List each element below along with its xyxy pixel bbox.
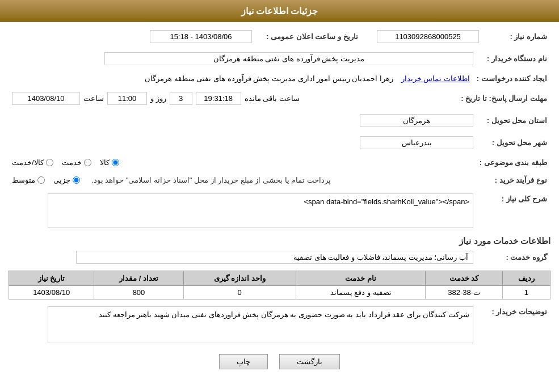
main-content: شماره نیاز : 1103092868000525 تاریخ و سا… xyxy=(0,22,559,381)
mohlat-remaining-label: ساعت باقی مانده xyxy=(245,94,300,103)
col-kod: کد خدمت xyxy=(426,271,502,286)
radio-jozi-input[interactable] xyxy=(73,176,80,184)
noefraind-table: نوع فرآیند خرید : متوسط جزیی xyxy=(9,174,550,187)
mohlat-time-field: 11:00 xyxy=(107,92,147,105)
ostan-table: استان محل تحویل : هرمزگان xyxy=(9,112,550,129)
ijad-value-cell: اطلاعات تماس خریدار زهرا احمدیان رییس ام… xyxy=(9,72,473,85)
grohkhadamat-field: آب رسانی؛ مدیریت پسماند، فاضلاب و فعالیت… xyxy=(76,251,473,264)
tosih-content: شرکت کنندگان برای عقد قرارداد باید به صو… xyxy=(48,306,473,343)
row-ostan: استان محل تحویل : هرمزگان xyxy=(9,112,550,129)
noefraind-radio-group: متوسط جزیی xyxy=(12,176,80,184)
col-nam: نام خدمت xyxy=(296,271,426,286)
sharh-textarea[interactable]: <span data-bind="fields.sharhKoli_value"… xyxy=(48,193,473,227)
tabaqebandi-table: طبقه بندی موضوعی : کالا/خدمت خدمت کالا xyxy=(9,156,550,169)
cell-namKhadamat: تصفیه و دفع پسماند xyxy=(296,286,426,300)
radio-kala-khadamat-label: کالا/خدمت xyxy=(12,158,44,167)
khadamat-section-title: اطلاعات خدمات مورد نیاز xyxy=(9,236,550,246)
table-row: 1ت-38-382تصفیه و دفع پسماند08001403/08/1… xyxy=(9,286,550,300)
page-title: جزئیات اطلاعات نیاز xyxy=(241,6,318,16)
services-table-header-row: ردیف کد خدمت نام خدمت واحد اندازه گیری ت… xyxy=(9,271,550,286)
cell-vahed: 0 xyxy=(183,286,296,300)
radio-kala-label: کالا xyxy=(100,158,110,167)
row-tabaqebandi: طبقه بندی موضوعی : کالا/خدمت خدمت کالا xyxy=(9,156,550,169)
tabaqebandi-label: طبقه بندی موضوعی : xyxy=(476,156,550,169)
shahr-table: شهر محل تحویل : بندرعباس xyxy=(9,134,550,151)
page-wrapper: جزئیات اطلاعات نیاز شماره نیاز : 1103092… xyxy=(0,0,559,392)
services-table: ردیف کد خدمت نام خدمت واحد اندازه گیری ت… xyxy=(9,271,550,300)
col-radif: ردیف xyxy=(502,271,550,286)
row-shahr: شهر محل تحویل : بندرعباس xyxy=(9,134,550,151)
ijad-link[interactable]: اطلاعات تماس خریدار xyxy=(401,74,470,83)
mohlat-values: 1403/08/10 ساعت 11:00 روز و 3 19:31:18 xyxy=(9,90,457,107)
radio-motavasset-input[interactable] xyxy=(37,176,45,184)
row-dastgah: نام دستگاه خریدار : مدیریت پخش فرآورده ه… xyxy=(9,50,550,68)
grohkhadamat-table: گروه خدمت : آب رسانی؛ مدیریت پسماند، فاض… xyxy=(9,248,550,266)
print-button[interactable]: چاپ xyxy=(219,354,268,369)
tarikh-label: تاریخ و ساعت اعلان عمومی : xyxy=(255,28,369,45)
tabaqebandi-options: کالا/خدمت خدمت کالا xyxy=(9,156,476,169)
dastgah-value-cell: مدیریت پخش فرآورده های نفتی منطقه هرمزگا… xyxy=(9,50,477,68)
mohlat-label: مهلت ارسال پاسخ: تا تاریخ : xyxy=(457,90,550,107)
radio-jozi-label: جزیی xyxy=(53,176,70,184)
row-sharh: شرح کلی نیاز : <span data-bind="fields.s… xyxy=(9,191,550,231)
row-mohlat: مهلت ارسال پاسخ: تا تاریخ : 1403/08/10 س… xyxy=(9,90,550,107)
radio-khadamat: خدمت xyxy=(62,158,91,167)
ostan-value-cell: هرمزگان xyxy=(9,112,477,129)
radio-kala-input[interactable] xyxy=(112,159,119,166)
shahr-label: شهر محل تحویل : xyxy=(477,134,550,151)
mohlat-roz-field: 3 xyxy=(170,92,192,105)
tabaqebandi-radio-group: کالا/خدمت خدمت کالا xyxy=(12,158,473,167)
dastgah-label: نام دستگاه خریدار : xyxy=(477,50,550,68)
ostan-label: استان محل تحویل : xyxy=(477,112,550,129)
noefraind-options: متوسط جزیی پرداخت تمام یا بخشی از مبلغ خ… xyxy=(9,174,477,187)
top-info-table: شماره نیاز : 1103092868000525 تاریخ و سا… xyxy=(9,28,550,45)
shomareNiaz-value: 1103092868000525 xyxy=(369,28,482,45)
grohkhadamat-value-cell: آب رسانی؛ مدیریت پسماند، فاضلاب و فعالیت… xyxy=(9,248,477,266)
dastgah-table: نام دستگاه خریدار : مدیریت پخش فرآورده ه… xyxy=(9,50,550,68)
mohlat-remaining-field: 19:31:18 xyxy=(196,92,241,105)
page-header: جزئیات اطلاعات نیاز xyxy=(0,0,559,22)
noefraind-row: متوسط جزیی پرداخت تمام یا بخشی از مبلغ خ… xyxy=(12,176,473,184)
row-grohkhadamat: گروه خدمت : آب رسانی؛ مدیریت پسماند، فاض… xyxy=(9,248,550,266)
shomareNiaz-label: شماره نیاز : xyxy=(482,28,550,45)
radio-motavasset: متوسط xyxy=(12,176,45,184)
services-table-body: 1ت-38-382تصفیه و دفع پسماند08001403/08/1… xyxy=(9,286,550,300)
tosih-label: توضیحات خریدار : xyxy=(477,304,550,345)
tosih-value-cell: شرکت کنندگان برای عقد قرارداد باید به صو… xyxy=(9,304,477,345)
dastgah-field: مدیریت پخش فرآورده های نفتی منطقه هرمزگا… xyxy=(104,52,473,65)
ijad-label: ایجاد کننده درخواست : xyxy=(473,72,550,85)
radio-kala: کالا xyxy=(100,158,119,167)
mohlat-date-field: 1403/08/10 xyxy=(12,92,80,105)
sharh-label: شرح کلی نیاز : xyxy=(477,191,550,231)
shahr-field: بندرعباس xyxy=(360,136,473,149)
mohlat-table: مهلت ارسال پاسخ: تا تاریخ : 1403/08/10 س… xyxy=(9,90,550,107)
sharh-table: شرح کلی نیاز : <span data-bind="fields.s… xyxy=(9,191,550,231)
radio-motavasset-label: متوسط xyxy=(12,176,35,184)
mohlat-roz-label: روز و xyxy=(150,94,166,103)
row-noefraind: نوع فرآیند خرید : متوسط جزیی xyxy=(9,174,550,187)
cell-radif: 1 xyxy=(502,286,550,300)
col-tedad: تعداد / مقدار xyxy=(94,271,183,286)
col-vahed: واحد اندازه گیری xyxy=(183,271,296,286)
tosih-table: توضیحات خریدار : شرکت کنندگان برای عقد ق… xyxy=(9,304,550,345)
cell-tedad: 800 xyxy=(94,286,183,300)
shahr-value-cell: بندرعباس xyxy=(9,134,477,151)
tosih-watermark: شرکت کنندگان برای عقد قرارداد باید به صو… xyxy=(12,306,473,343)
radio-khadamat-input[interactable] xyxy=(84,159,91,166)
ijad-value: زهرا احمدیان رییس امور اداری مدیریت پخش … xyxy=(145,74,393,83)
ijad-table: ایجاد کننده درخواست : اطلاعات تماس خریدا… xyxy=(9,72,550,85)
buttons-row: بازگشت چاپ xyxy=(9,354,550,369)
radio-kala-khadamat-input[interactable] xyxy=(46,159,53,166)
cell-tarikh: 1403/08/10 xyxy=(9,286,94,300)
row-shomara-tarikh: شماره نیاز : 1103092868000525 تاریخ و سا… xyxy=(9,28,550,45)
col-tarikh: تاریخ نیاز xyxy=(9,271,94,286)
radio-khadamat-label: خدمت xyxy=(62,158,82,167)
back-button[interactable]: بازگشت xyxy=(279,354,340,369)
shomareNiaz-field: 1103092868000525 xyxy=(377,30,479,43)
noefraind-label: نوع فرآیند خرید : xyxy=(477,174,550,187)
radio-jozi: جزیی xyxy=(53,176,80,184)
sharh-value-cell: <span data-bind="fields.sharhKoli_value"… xyxy=(9,191,477,231)
cell-kodKhadamat: ت-38-382 xyxy=(426,286,502,300)
services-table-head: ردیف کد خدمت نام خدمت واحد اندازه گیری ت… xyxy=(9,271,550,286)
tarikh-value: 1403/08/06 - 15:18 xyxy=(9,28,255,45)
